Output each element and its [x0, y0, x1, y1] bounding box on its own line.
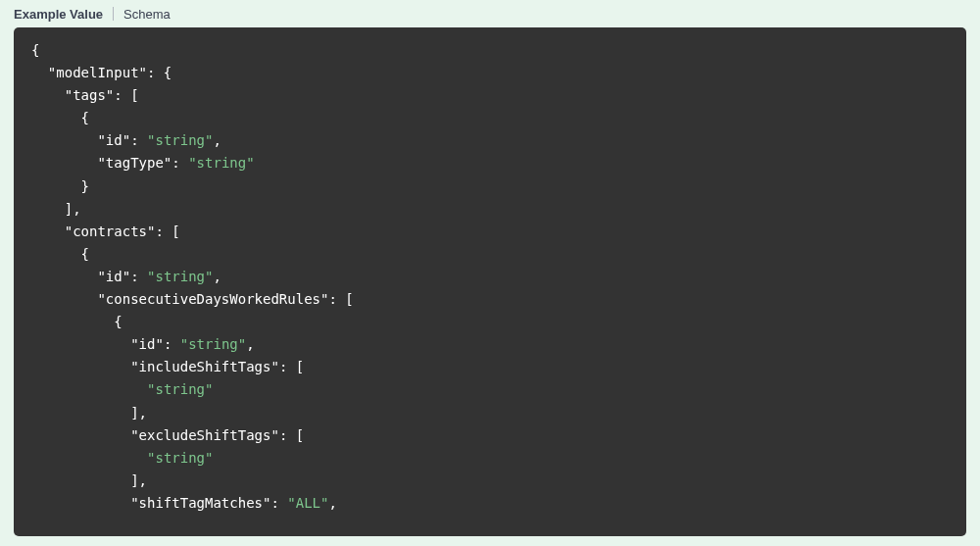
string-value: string: [155, 132, 205, 148]
enum-value: ALL: [296, 495, 320, 511]
tab-schema[interactable]: Schema: [123, 4, 180, 25]
string-value: string: [188, 336, 238, 352]
tab-example-value[interactable]: Example Value: [14, 4, 113, 25]
string-value: string: [155, 381, 205, 397]
string-value: string: [155, 450, 205, 466]
string-value: string: [155, 269, 205, 284]
example-value-code: { "modelInput": { "tags": [ { "id": "str…: [14, 27, 966, 536]
tab-divider: [113, 7, 114, 21]
string-value: string: [197, 155, 247, 171]
example-tabs: Example Value Schema: [14, 0, 966, 27]
